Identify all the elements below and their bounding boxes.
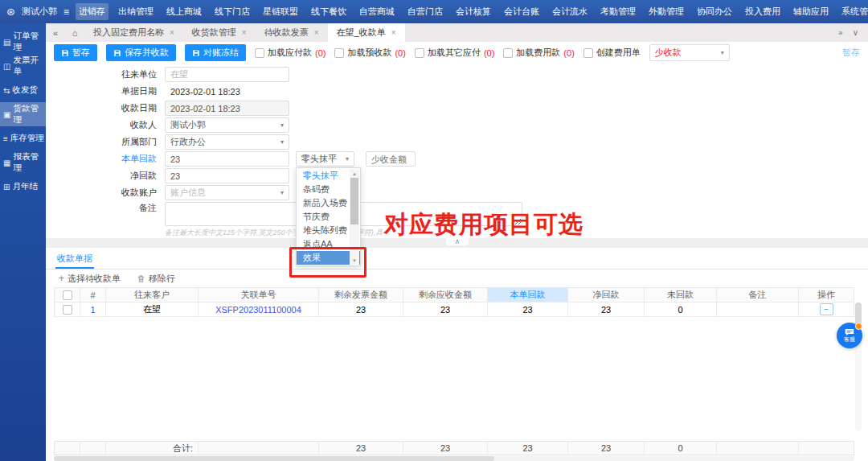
- top-menu-field-work[interactable]: 外勤管理: [645, 3, 687, 20]
- top-menu-self-store[interactable]: 自营门店: [404, 3, 446, 20]
- col-index: #: [80, 288, 106, 303]
- header-checkbox-cell: [55, 288, 80, 303]
- tab-receipt-doc[interactable]: 在望_收款单 ×: [328, 23, 405, 42]
- chevron-down-icon[interactable]: ∨: [853, 28, 858, 37]
- sidebar-label: 发票开单: [13, 55, 46, 77]
- remove-line-button[interactable]: −: [820, 303, 833, 315]
- notification-dot: [855, 323, 862, 330]
- checkbox-icon[interactable]: [415, 48, 424, 58]
- top-nav-bar: ⊛ 测试小郭 ≡ 进销存 出纳管理 线上商城 线下门店 星链联盟 线下餐饮 自营…: [0, 0, 868, 23]
- checkbox-icon[interactable]: [503, 48, 513, 58]
- tab-fixed-fee-names[interactable]: 投入固定费用名称 ×: [84, 23, 183, 42]
- tab-label: 在望_收款单: [337, 27, 386, 39]
- department-select[interactable]: 行政办公 ▾: [165, 134, 289, 150]
- dropdown-scrollbar[interactable]: ▲ ▼: [350, 169, 359, 265]
- remove-row-button[interactable]: 移除行: [137, 273, 175, 285]
- sidebar-item-reports[interactable]: ▦ 报表管理: [0, 150, 46, 175]
- scrollbar-thumb[interactable]: [54, 456, 494, 461]
- top-menu-collaboration[interactable]: 协同办公: [694, 3, 735, 20]
- net-amount-field[interactable]: [165, 168, 289, 183]
- net-amount-label: 净回款: [46, 170, 165, 182]
- checkbox-icon[interactable]: [255, 48, 264, 58]
- top-menu-self-mall[interactable]: 自营商城: [356, 3, 398, 20]
- expand-tabs-icon[interactable]: »: [838, 28, 843, 37]
- close-icon[interactable]: ×: [242, 28, 247, 37]
- row-current-amount: 23: [488, 303, 568, 317]
- shipping-icon: ⇆: [3, 86, 10, 95]
- scrollbar-thumb[interactable]: [350, 178, 358, 224]
- scroll-up-icon[interactable]: ▲: [352, 169, 357, 178]
- top-menu-cashier[interactable]: 出纳管理: [115, 3, 157, 20]
- table-vertical-scrollbar[interactable]: [855, 303, 862, 431]
- receiver-select[interactable]: 测试小郭 ▾: [165, 117, 289, 133]
- hamburger-icon[interactable]: ≡: [63, 6, 69, 18]
- top-menu-aux-app[interactable]: 辅助应用: [790, 3, 832, 20]
- close-icon[interactable]: ×: [391, 28, 396, 37]
- checkbox-load-fees[interactable]: 加载费用款 (0): [503, 47, 574, 59]
- partner-field[interactable]: [165, 67, 289, 82]
- plus-icon: +: [59, 273, 64, 284]
- select-all-checkbox[interactable]: [63, 290, 72, 300]
- row-index[interactable]: 1: [80, 303, 106, 317]
- top-menu-online-mall[interactable]: 线上商城: [163, 3, 205, 20]
- top-menu-attendance[interactable]: 考勤管理: [597, 3, 639, 20]
- footer-invoice-remaining: 23: [319, 442, 403, 455]
- tab-receipt-docs[interactable]: 收款单据: [55, 249, 94, 269]
- select-pending-receipts-button[interactable]: + 选择待收款单: [59, 273, 121, 285]
- sidebar-item-orders[interactable]: ▤ 订单管理: [0, 30, 46, 54]
- checkbox-load-other-payables[interactable]: 加载其它应付 (0): [415, 47, 494, 59]
- close-icon[interactable]: ×: [170, 28, 174, 37]
- top-menu-system[interactable]: 系统管理: [838, 3, 868, 20]
- col-customer: 往来客户: [106, 288, 199, 303]
- receipt-docs-section: 收款单据 + 选择待收款单 移除行 # 往来客户 关联单号 剩余发票金: [46, 248, 868, 461]
- sidebar-item-month-year-close[interactable]: ⊞ 月年结: [0, 175, 46, 199]
- chat-bubble-icon: [845, 328, 854, 336]
- trash-icon: [137, 274, 145, 283]
- table-horizontal-scrollbar[interactable]: [54, 456, 854, 461]
- short-amount-field[interactable]: [366, 151, 416, 167]
- doc-no-link[interactable]: XSFP2023011100004: [215, 305, 301, 315]
- home-icon[interactable]: ⌂: [65, 28, 84, 38]
- reconcile-freeze-button[interactable]: 对账冻结: [185, 44, 246, 61]
- rounding-type-select[interactable]: 零头抹平 ▾: [296, 151, 354, 167]
- top-menu-jinxiaocun[interactable]: 进销存: [76, 3, 108, 20]
- top-menu-expense[interactable]: 投入费用: [742, 3, 784, 20]
- account-select[interactable]: 账户信息 ▾: [165, 185, 289, 200]
- sidebar-item-inventory[interactable]: ≡ 库存管理: [0, 126, 46, 150]
- caret-down-icon: ▾: [346, 155, 349, 163]
- report-icon: ▦: [3, 158, 10, 167]
- tab-payment-mgmt[interactable]: 收货款管理 ×: [183, 23, 256, 42]
- checkbox-icon[interactable]: [583, 48, 593, 58]
- footer-net-amount: 23: [568, 442, 645, 455]
- col-receivable-remaining: 剩余应收金额: [403, 288, 488, 303]
- sidebar-item-invoicing[interactable]: ◫ 发票开单: [0, 54, 46, 78]
- save-and-collect-button[interactable]: 保存并收款: [106, 44, 176, 61]
- main-area: « ⌂ 投入固定费用名称 × 收货款管理 × 待收款发票 × 在望_收款单 × …: [46, 23, 868, 461]
- top-menu-flow[interactable]: 会计流水: [549, 3, 591, 20]
- collapse-tabs-icon[interactable]: «: [46, 28, 65, 38]
- current-user[interactable]: 测试小郭: [22, 6, 57, 18]
- tab-pending-invoice[interactable]: 待收款发票 ×: [256, 23, 328, 42]
- checkbox-load-prereceipts[interactable]: 加载预收款 (0): [334, 47, 405, 59]
- row-invoice-remaining: 23: [319, 303, 403, 317]
- temp-save-link[interactable]: 暂存: [842, 47, 860, 59]
- scroll-down-icon[interactable]: ▼: [352, 256, 357, 265]
- checkbox-create-fee-doc[interactable]: 创建费用单: [583, 47, 641, 59]
- top-menu-accounting[interactable]: 会计核算: [452, 3, 494, 20]
- customer-service-button[interactable]: 客服: [837, 323, 862, 348]
- top-menu-ledger[interactable]: 会计台账: [501, 3, 542, 20]
- close-icon[interactable]: ×: [314, 28, 319, 37]
- checkbox-load-payables[interactable]: 加载应付款 (0): [255, 47, 326, 59]
- receive-date-field[interactable]: [165, 101, 289, 116]
- count-badge: (0): [563, 48, 574, 58]
- temp-save-button[interactable]: 暂存: [54, 44, 97, 61]
- current-amount-field[interactable]: [165, 151, 289, 167]
- checkbox-icon[interactable]: [334, 48, 344, 58]
- sidebar-item-payment-mgmt[interactable]: ▣ 货款管理: [0, 102, 46, 126]
- top-menu-offline-store[interactable]: 线下门店: [211, 3, 253, 20]
- sidebar-item-shipping[interactable]: ⇆ 收发货: [0, 78, 46, 102]
- row-checkbox[interactable]: [63, 305, 72, 315]
- short-collect-select[interactable]: 少收款 ▾: [649, 44, 730, 61]
- top-menu-starlink[interactable]: 星链联盟: [260, 3, 301, 20]
- top-menu-offline-catering[interactable]: 线下餐饮: [308, 3, 350, 20]
